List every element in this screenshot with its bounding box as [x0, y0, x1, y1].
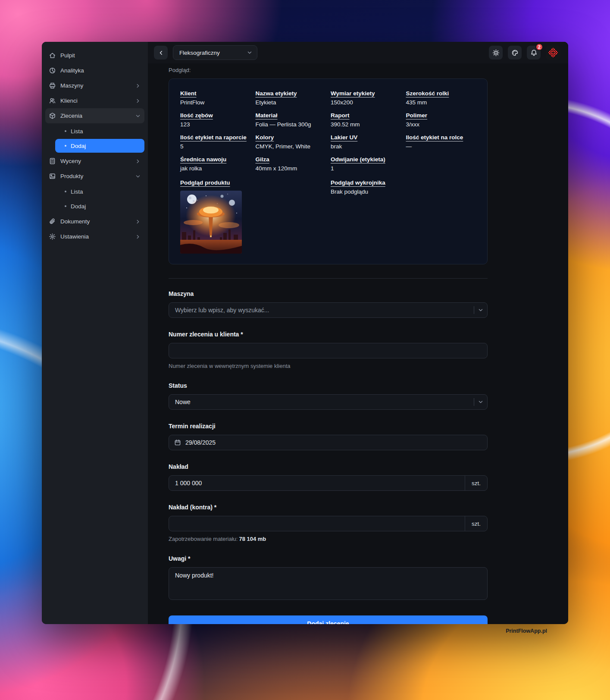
quantity-field-label: Nakład [169, 463, 488, 470]
product-preview-label: Podgląd produktu [180, 179, 230, 186]
sidebar-item-pulpit[interactable]: Pulpit [45, 48, 144, 63]
preview-field-value: CMYK, Primer, White [256, 143, 326, 150]
package-icon [49, 112, 56, 119]
preview-field-label: Raport [331, 112, 350, 119]
select-divider [474, 398, 474, 406]
preview-field-label: Ilość etykiet na raporcie [180, 134, 247, 141]
chevron-right-icon [135, 158, 141, 164]
notes-textarea[interactable]: Nowy produkt! [169, 567, 488, 600]
sidebar-subitem-zlecenia-lista[interactable]: Lista [55, 124, 144, 138]
sidebar-item-produkty[interactable]: Produkty [45, 169, 144, 184]
sidebar-subitem-zlecenia-dodaj[interactable]: Dodaj [55, 139, 144, 153]
technology-select-value: Fleksograficzny [179, 50, 220, 56]
product-preview-image[interactable] [180, 191, 242, 254]
theme-toggle-button[interactable] [489, 46, 503, 60]
select-end [474, 306, 484, 314]
quantity-counter-input[interactable] [169, 516, 465, 531]
sidebar-subitem-produkty-lista[interactable]: Lista [55, 185, 144, 198]
product-artwork [180, 191, 242, 254]
preview-field-label: Szerokość rolki [406, 90, 449, 97]
main-area: Fleksograficzny 2 [148, 42, 568, 624]
preview-field-value: brak [331, 143, 401, 150]
status-select-value: Nowe [175, 399, 191, 405]
sidebar-item-label: Produkty [60, 173, 83, 179]
users-icon [49, 97, 56, 104]
preview-field: Ilość zębów123 [180, 111, 250, 128]
machine-field-label: Maszyna [169, 290, 488, 297]
back-button[interactable] [154, 46, 168, 60]
section-divider [169, 278, 488, 279]
preview-field-value: 150x200 [331, 99, 401, 106]
preview-field: Polimer3/xxx [406, 111, 476, 128]
preview-field-value: 123 [180, 121, 250, 128]
calendar-icon [174, 439, 181, 446]
order-preview-card: KlientPrintFlow Nazwa etykietyEtykieta W… [169, 78, 488, 264]
status-select[interactable]: Nowe [169, 394, 488, 410]
sidebar-item-klienci[interactable]: Klienci [45, 93, 144, 108]
palette-icon [511, 49, 519, 57]
paperclip-icon [49, 218, 56, 225]
preview-field-value: 5 [180, 143, 250, 150]
chevron-down-icon [478, 307, 484, 313]
desktop-watermark: PrintFlowApp.pl [506, 628, 547, 634]
chevron-down-icon [135, 113, 141, 119]
preview-field: Raport390.52 mm [331, 111, 401, 128]
preview-field: Nazwa etykietyEtykieta [256, 89, 326, 106]
calculator-icon [49, 157, 56, 165]
quantity-input[interactable] [169, 476, 465, 490]
select-end [474, 398, 484, 406]
sidebar-item-maszyny[interactable]: Maszyny [45, 78, 144, 93]
sun-icon [492, 49, 500, 57]
die-preview-value: Brak podglądu [331, 188, 476, 195]
preview-field: KoloryCMYK, Primer, White [256, 133, 326, 150]
preview-field-label: Wymiar etykiety [331, 90, 375, 97]
add-order-button[interactable]: Dodaj zlecenie [169, 615, 488, 624]
sidebar-item-label: Pulpit [60, 52, 75, 59]
sidebar-item-analityka[interactable]: Analityka [45, 63, 144, 78]
preview-field-value: 1 [331, 165, 401, 172]
sidebar-item-ustawienia[interactable]: Ustawienia [45, 229, 144, 244]
preview-field-label: Materiał [256, 112, 278, 119]
preview-field-label: Klient [180, 90, 197, 97]
sidebar-item-label: Klienci [60, 97, 78, 104]
sidebar-item-dokumenty[interactable]: Dokumenty [45, 214, 144, 229]
deadline-field-label: Termin realizacji [169, 423, 488, 430]
sidebar-item-label: Zlecenia [60, 113, 82, 119]
bullet-icon [65, 145, 66, 147]
preview-field-value: — [406, 143, 476, 150]
preview-field: Wymiar etykiety150x200 [331, 89, 401, 106]
quantity-counter-field-label: Nakład (kontra) * [169, 504, 488, 511]
preview-field-value: PrintFlow [180, 99, 250, 106]
sidebar-subitem-produkty-dodaj[interactable]: Dodaj [55, 199, 144, 213]
deadline-date-input[interactable]: 29/08/2025 [169, 435, 488, 450]
preview-field-label: Ilość etykiet na rolce [406, 134, 463, 141]
avatar[interactable] [546, 45, 560, 60]
client-order-number-input[interactable] [169, 343, 488, 358]
home-icon [49, 52, 56, 59]
preview-field-label: Odwijanie (etykieta) [331, 156, 385, 163]
deadline-date-value: 29/08/2025 [185, 439, 216, 446]
sidebar-item-zlecenia[interactable]: Zlecenia [45, 108, 144, 123]
preview-field-value: Etykieta [256, 99, 326, 106]
palette-button[interactable] [508, 46, 522, 60]
machine-select[interactable]: Wybierz lub wpisz, aby wyszukać... [169, 302, 488, 318]
sidebar: Pulpit Analityka Maszyny Klienci [42, 42, 148, 624]
technology-select[interactable]: Fleksograficzny [173, 45, 257, 60]
notifications-button[interactable]: 2 [527, 46, 541, 60]
preview-field: Szerokość rolki435 mm [406, 89, 476, 106]
material-demand-value: 78 104 mb [239, 536, 266, 542]
sidebar-item-wyceny[interactable]: Wyceny [45, 154, 144, 169]
pie-chart-icon [49, 67, 56, 74]
content-scroll[interactable]: Podgląd: KlientPrintFlow Nazwa etykietyE… [148, 63, 568, 624]
preview-field: Gilza40mm x 120mm [256, 155, 326, 172]
product-preview: Podgląd produktu [180, 179, 325, 254]
topbar: Fleksograficzny 2 [148, 42, 568, 63]
preview-field-empty [406, 155, 476, 172]
bell-icon [530, 49, 538, 57]
die-preview: Podgląd wykrojnika Brak podglądu [331, 179, 476, 254]
preview-field: Odwijanie (etykieta)1 [331, 155, 401, 172]
pixel-logo-icon [548, 48, 558, 57]
app-window: Pulpit Analityka Maszyny Klienci [42, 42, 568, 624]
preview-field-value: jak rolka [180, 165, 250, 172]
bullet-icon [65, 130, 66, 132]
